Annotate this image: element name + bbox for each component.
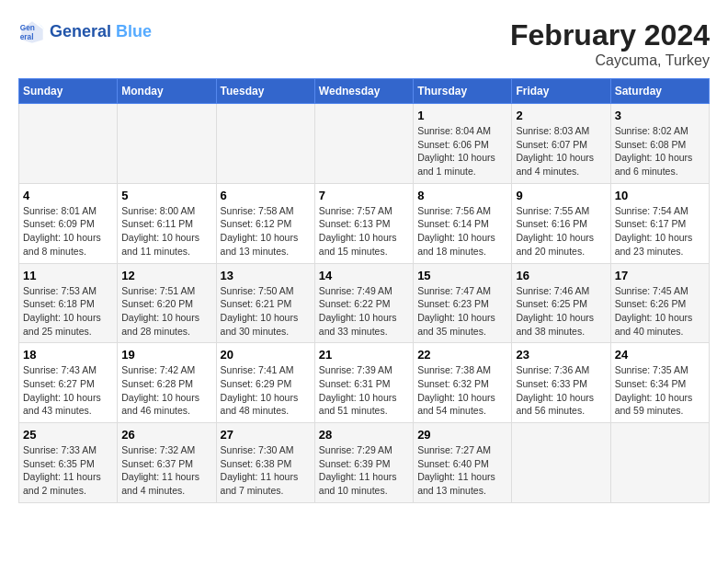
calendar-cell: 20Sunrise: 7:41 AM Sunset: 6:29 PM Dayli… [216,343,314,423]
day-info: Sunrise: 7:55 AM Sunset: 6:16 PM Dayligh… [516,204,606,259]
logo-line2: Blue [116,22,152,40]
day-info: Sunrise: 7:32 AM Sunset: 6:37 PM Dayligh… [121,443,211,498]
svg-text:eral: eral [20,32,34,41]
weekday-header-tuesday: Tuesday [216,79,314,104]
day-number: 22 [417,348,507,362]
calendar-cell: 25Sunrise: 7:33 AM Sunset: 6:35 PM Dayli… [19,423,118,503]
day-number: 25 [23,428,113,442]
day-info: Sunrise: 7:53 AM Sunset: 6:18 PM Dayligh… [23,284,113,339]
day-number: 23 [516,348,606,362]
calendar-cell [512,423,610,503]
day-info: Sunrise: 7:27 AM Sunset: 6:40 PM Dayligh… [417,443,507,498]
calendar-cell: 22Sunrise: 7:38 AM Sunset: 6:32 PM Dayli… [414,343,512,423]
calendar-cell: 16Sunrise: 7:46 AM Sunset: 6:25 PM Dayli… [512,263,610,343]
calendar-cell: 4Sunrise: 8:01 AM Sunset: 6:09 PM Daylig… [19,183,118,263]
day-number: 13 [221,269,311,282]
day-number: 19 [121,348,211,362]
day-info: Sunrise: 7:47 AM Sunset: 6:23 PM Dayligh… [417,284,507,339]
day-number: 26 [121,428,211,442]
day-number: 21 [319,348,409,362]
calendar-cell: 26Sunrise: 7:32 AM Sunset: 6:37 PM Dayli… [118,423,216,503]
calendar-week-2: 4Sunrise: 8:01 AM Sunset: 6:09 PM Daylig… [19,183,710,263]
day-number: 7 [319,189,409,202]
day-info: Sunrise: 7:41 AM Sunset: 6:29 PM Dayligh… [221,363,311,418]
day-number: 18 [23,348,113,362]
day-info: Sunrise: 7:35 AM Sunset: 6:34 PM Dayligh… [615,363,705,418]
day-info: Sunrise: 8:03 AM Sunset: 6:07 PM Dayligh… [516,124,606,178]
calendar-cell: 13Sunrise: 7:50 AM Sunset: 6:21 PM Dayli… [216,263,314,343]
calendar-cell: 8Sunrise: 7:56 AM Sunset: 6:14 PM Daylig… [414,183,512,263]
day-info: Sunrise: 7:29 AM Sunset: 6:39 PM Dayligh… [319,443,409,498]
calendar-header-row: SundayMondayTuesdayWednesdayThursdayFrid… [19,79,710,104]
calendar-cell [216,104,314,184]
day-info: Sunrise: 7:30 AM Sunset: 6:38 PM Dayligh… [221,443,311,498]
calendar-cell: 17Sunrise: 7:45 AM Sunset: 6:26 PM Dayli… [610,263,709,343]
calendar-cell: 1Sunrise: 8:04 AM Sunset: 6:06 PM Daylig… [414,104,512,184]
logo-icon: Gen eral [18,18,46,46]
calendar-cell: 9Sunrise: 7:55 AM Sunset: 6:16 PM Daylig… [512,183,610,263]
calendar-cell: 27Sunrise: 7:30 AM Sunset: 6:38 PM Dayli… [216,423,314,503]
day-info: Sunrise: 7:42 AM Sunset: 6:28 PM Dayligh… [121,363,211,418]
calendar-cell: 2Sunrise: 8:03 AM Sunset: 6:07 PM Daylig… [512,104,610,184]
day-number: 28 [319,428,409,442]
calendar-cell: 23Sunrise: 7:36 AM Sunset: 6:33 PM Dayli… [512,343,610,423]
day-info: Sunrise: 7:45 AM Sunset: 6:26 PM Dayligh… [615,284,705,339]
calendar-week-1: 1Sunrise: 8:04 AM Sunset: 6:06 PM Daylig… [19,104,710,184]
weekday-header-sunday: Sunday [19,79,118,104]
calendar-cell: 18Sunrise: 7:43 AM Sunset: 6:27 PM Dayli… [19,343,118,423]
svg-text:Gen: Gen [20,23,35,32]
day-number: 14 [319,269,409,282]
calendar-cell: 21Sunrise: 7:39 AM Sunset: 6:31 PM Dayli… [314,343,413,423]
day-info: Sunrise: 7:50 AM Sunset: 6:21 PM Dayligh… [221,284,311,339]
day-info: Sunrise: 7:43 AM Sunset: 6:27 PM Dayligh… [23,363,113,418]
calendar-cell: 12Sunrise: 7:51 AM Sunset: 6:20 PM Dayli… [118,263,216,343]
calendar-cell: 10Sunrise: 7:54 AM Sunset: 6:17 PM Dayli… [610,183,709,263]
day-info: Sunrise: 7:54 AM Sunset: 6:17 PM Dayligh… [615,204,705,259]
day-number: 10 [615,189,705,202]
logo-text: General Blue [50,23,152,41]
day-number: 17 [615,269,705,282]
calendar-cell: 15Sunrise: 7:47 AM Sunset: 6:23 PM Dayli… [414,263,512,343]
logo-line1: General [50,22,111,40]
day-number: 4 [23,189,113,202]
calendar-cell [118,104,216,184]
day-number: 1 [417,109,507,122]
calendar-cell [314,104,413,184]
logo: Gen eral General Blue [18,18,152,46]
day-info: Sunrise: 7:46 AM Sunset: 6:25 PM Dayligh… [516,284,606,339]
weekday-header-wednesday: Wednesday [314,79,413,104]
day-number: 12 [121,269,211,282]
calendar-week-5: 25Sunrise: 7:33 AM Sunset: 6:35 PM Dayli… [19,423,710,503]
calendar-cell [610,423,709,503]
day-info: Sunrise: 8:00 AM Sunset: 6:11 PM Dayligh… [121,204,211,259]
calendar-cell: 24Sunrise: 7:35 AM Sunset: 6:34 PM Dayli… [610,343,709,423]
day-info: Sunrise: 7:56 AM Sunset: 6:14 PM Dayligh… [417,204,507,259]
day-info: Sunrise: 8:04 AM Sunset: 6:06 PM Dayligh… [417,124,507,178]
calendar-cell: 3Sunrise: 8:02 AM Sunset: 6:08 PM Daylig… [610,104,709,184]
day-info: Sunrise: 8:02 AM Sunset: 6:08 PM Dayligh… [615,124,705,178]
day-number: 20 [221,348,311,362]
day-number: 9 [516,189,606,202]
calendar-cell: 7Sunrise: 7:57 AM Sunset: 6:13 PM Daylig… [314,183,413,263]
calendar-cell: 14Sunrise: 7:49 AM Sunset: 6:22 PM Dayli… [314,263,413,343]
day-info: Sunrise: 7:38 AM Sunset: 6:32 PM Dayligh… [417,363,507,418]
calendar-cell: 5Sunrise: 8:00 AM Sunset: 6:11 PM Daylig… [118,183,216,263]
weekday-header-friday: Friday [512,79,610,104]
day-info: Sunrise: 7:33 AM Sunset: 6:35 PM Dayligh… [23,443,113,498]
calendar-cell: 29Sunrise: 7:27 AM Sunset: 6:40 PM Dayli… [414,423,512,503]
day-number: 3 [615,109,705,122]
day-number: 29 [417,428,507,442]
title-block: February 2024 Caycuma, Turkey [510,18,710,69]
calendar-week-4: 18Sunrise: 7:43 AM Sunset: 6:27 PM Dayli… [19,343,710,423]
day-number: 11 [23,269,113,282]
day-number: 15 [417,269,507,282]
calendar-cell: 19Sunrise: 7:42 AM Sunset: 6:28 PM Dayli… [118,343,216,423]
weekday-header-saturday: Saturday [610,79,709,104]
day-number: 5 [121,189,211,202]
day-number: 16 [516,269,606,282]
day-info: Sunrise: 7:57 AM Sunset: 6:13 PM Dayligh… [319,204,409,259]
calendar-cell: 6Sunrise: 7:58 AM Sunset: 6:12 PM Daylig… [216,183,314,263]
day-info: Sunrise: 7:39 AM Sunset: 6:31 PM Dayligh… [319,363,409,418]
subtitle: Caycuma, Turkey [510,52,710,69]
day-info: Sunrise: 7:49 AM Sunset: 6:22 PM Dayligh… [319,284,409,339]
